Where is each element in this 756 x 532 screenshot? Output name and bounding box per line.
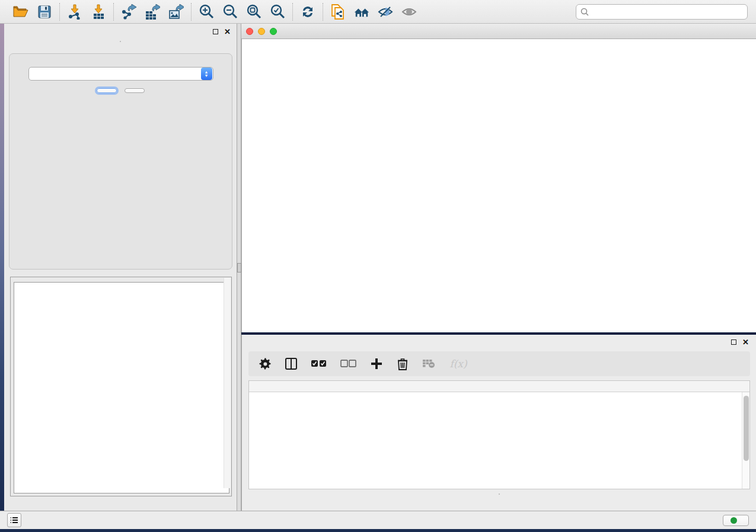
export-image-icon[interactable] — [168, 4, 184, 20]
open-file-icon[interactable] — [13, 4, 28, 20]
status-bar — [0, 511, 756, 529]
float-panel-icon[interactable] — [731, 339, 736, 345]
zoom-in-icon[interactable] — [199, 4, 214, 20]
panel-splitter[interactable] — [237, 24, 241, 511]
table-panel: ✕ f(x) — [241, 335, 756, 511]
optimization-criterion-select[interactable]: ▲▼ — [28, 67, 213, 81]
network-manager-icon[interactable] — [354, 4, 369, 20]
mcds-result-group — [10, 277, 232, 496]
table-options-icon[interactable] — [258, 357, 272, 371]
desktop-background — [0, 529, 756, 532]
zoom-out-icon[interactable] — [222, 4, 238, 20]
import-table-icon[interactable] — [91, 4, 106, 20]
close-panel-button[interactable] — [125, 88, 145, 93]
export-table-icon[interactable] — [145, 4, 160, 20]
table-body — [249, 392, 742, 489]
add-column-icon[interactable] — [369, 357, 384, 371]
show-panel-icon[interactable] — [401, 4, 417, 20]
duplicate-network-icon[interactable] — [330, 4, 346, 20]
delete-table-icon[interactable] — [422, 357, 436, 371]
control-panel-tabbar — [120, 41, 121, 42]
zoom-selected-icon[interactable] — [270, 4, 285, 20]
minimize-window-icon[interactable] — [258, 28, 265, 35]
scrollbar-thumb[interactable] — [744, 396, 749, 461]
close-window-icon[interactable] — [246, 28, 253, 35]
network-canvas[interactable] — [241, 39, 756, 332]
show-columns-icon[interactable] — [284, 357, 298, 371]
close-panel-icon[interactable]: ✕ — [224, 29, 231, 34]
chevron-updown-icon: ▲▼ — [201, 68, 212, 80]
mcds-tab-panel: ▲▼ — [9, 53, 232, 270]
list-icon — [10, 517, 18, 524]
mcds-result-list[interactable] — [14, 282, 229, 493]
search-icon — [580, 8, 589, 16]
control-panel: ✕ ▲▼ — [4, 24, 237, 511]
float-panel-icon[interactable] — [213, 29, 218, 34]
splitter-grip[interactable] — [237, 263, 241, 273]
table-toolbar: f(x) — [248, 351, 750, 376]
deselect-all-icon[interactable] — [340, 357, 358, 371]
table-header-row — [249, 381, 749, 392]
hide-panel-icon[interactable] — [378, 4, 393, 20]
zoom-fit-icon[interactable] — [246, 4, 261, 20]
export-network-icon[interactable] — [121, 4, 136, 20]
function-builder-icon[interactable]: f(x) — [448, 357, 469, 371]
save-session-icon[interactable] — [37, 4, 52, 20]
run-mcds-button[interactable] — [97, 88, 117, 93]
memory-status-icon — [731, 517, 737, 524]
network-window-titlebar[interactable] — [241, 24, 756, 39]
memory-button[interactable] — [723, 515, 749, 526]
select-all-icon[interactable] — [310, 357, 328, 371]
toolbar-search — [576, 4, 748, 20]
node-table — [248, 380, 750, 489]
main-toolbar — [0, 0, 756, 24]
maximize-window-icon[interactable] — [270, 28, 277, 35]
refresh-layout-icon[interactable] — [300, 4, 315, 20]
search-input[interactable] — [589, 8, 743, 16]
desktop-background — [0, 24, 4, 529]
delete-column-icon[interactable] — [395, 357, 410, 371]
close-panel-icon[interactable]: ✕ — [742, 339, 749, 345]
table-vertical-scrollbar[interactable] — [742, 392, 749, 489]
import-network-icon[interactable] — [67, 4, 82, 20]
task-history-button[interactable] — [7, 513, 21, 527]
mcds-list-scrollbar[interactable] — [224, 278, 231, 488]
network-window — [241, 24, 756, 335]
table-tabbar — [499, 493, 500, 495]
